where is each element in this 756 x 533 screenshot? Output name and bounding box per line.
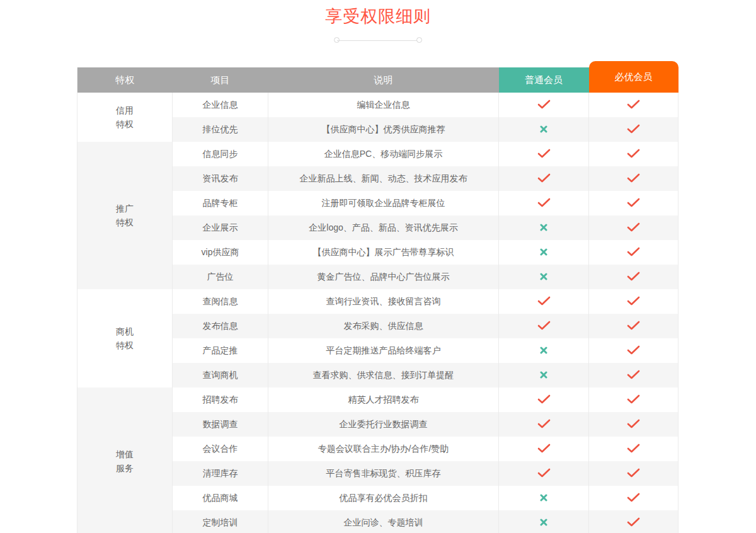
item-cell: 广告位 [173,265,268,289]
ordinary-member-cell [499,437,589,461]
check-icon [537,419,551,430]
check-icon [627,247,640,258]
description-cell: 企业新品上线、新闻、动态、技术应用发布 [268,166,499,191]
premium-member-cell [589,412,679,437]
header-privilege: 特权 [77,67,173,93]
ordinary-member-cell [499,486,589,510]
item-cell: 清理库存 [173,461,268,486]
premium-member-cell [589,240,679,265]
description-cell: 编辑企业信息 [268,93,499,117]
item-cell: 企业信息 [173,93,268,117]
premium-member-cell [589,166,679,191]
check-icon [627,370,640,381]
item-cell: 信息同步 [173,142,268,166]
premium-member-cell [589,314,679,338]
divider-line [337,40,419,41]
premium-member-cell [589,93,679,117]
table-row: 商机特权查阅信息查询行业资讯、接收留言咨询 [77,289,679,314]
description-cell: 查询行业资讯、接收留言咨询 [268,289,499,314]
description-cell: 企业问诊、专题培训 [268,510,499,533]
header-item: 项目 [173,67,268,93]
premium-member-tab: 必优会员 [589,61,679,93]
table-row: 增值服务招聘发布精英人才招聘发布 [77,387,679,412]
description-cell: 查看求购、供求信息、接到订单提醒 [268,363,499,387]
ordinary-member-cell [499,314,589,338]
ordinary-member-cell [499,338,589,363]
check-icon [537,444,551,455]
cross-icon [540,248,547,258]
check-icon [627,345,640,357]
description-cell: 优品享有必优会员折扣 [268,486,499,510]
ordinary-member-cell [499,142,589,166]
item-cell: 会议合作 [173,437,268,461]
item-cell: 数据调查 [173,412,268,437]
ordinary-member-cell [499,363,589,387]
ordinary-member-cell [499,166,589,191]
description-cell: 企业logo、产品、新品、资讯优先展示 [268,215,499,240]
premium-member-cell [589,363,679,387]
item-cell: 招聘发布 [173,387,268,412]
premium-member-cell [589,191,679,215]
item-cell: 查询商机 [173,363,268,387]
check-icon [627,149,640,160]
header-premium-member: 必优会员 [589,67,679,93]
title-divider [334,37,422,44]
privilege-group-label: 信用特权 [77,93,173,142]
item-cell: 企业展示 [173,215,268,240]
check-icon [627,173,640,185]
premium-member-cell [589,461,679,486]
premium-member-cell [589,510,679,533]
check-icon [537,468,551,479]
description-cell: 【供应商中心】优秀供应商推荐 [268,117,499,142]
cross-icon [540,223,547,233]
ordinary-member-cell [499,117,589,142]
premium-member-cell [589,289,679,314]
check-icon [627,272,640,283]
page-title: 享受权限细则 [0,5,756,28]
table-row: 信用特权企业信息编辑企业信息 [77,93,679,117]
item-cell: 优品商城 [173,486,268,510]
description-cell: 发布采购、供应信息 [268,314,499,338]
check-icon [627,419,640,430]
item-cell: 定制培训 [173,510,268,533]
description-cell: 平台寄售非标现货、积压库存 [268,461,499,486]
header-ordinary-member: 普通会员 [499,67,589,93]
cross-icon [540,370,547,381]
check-icon [627,321,640,332]
privilege-group-label: 推广特权 [77,142,173,289]
check-icon [627,222,640,234]
item-cell: 查阅信息 [173,289,268,314]
item-cell: 发布信息 [173,314,268,338]
cross-icon [540,518,547,528]
divider-circle-right [416,37,422,43]
description-cell: 【供应商中心】展示广告带尊享标识 [268,240,499,265]
description-cell: 黄金广告位、品牌中心广告位展示 [268,265,499,289]
item-cell: 排位优先 [173,117,268,142]
check-icon [537,321,551,332]
check-icon [537,173,551,185]
premium-member-cell [589,387,679,412]
check-icon [537,198,551,209]
item-cell: 品牌专柜 [173,191,268,215]
check-icon [627,394,640,406]
premium-member-cell [589,142,679,166]
description-cell: 注册即可领取企业品牌专柜展位 [268,191,499,215]
cross-icon [540,346,547,356]
check-icon [537,394,551,406]
premium-member-cell [589,117,679,142]
table-header-row: 特权 项目 说明 普通会员 必优会员 [77,67,679,93]
premium-member-cell [589,215,679,240]
privilege-group-label: 商机特权 [77,289,173,387]
check-icon [537,296,551,307]
item-cell: vip供应商 [173,240,268,265]
item-cell: 产品定推 [173,338,268,363]
premium-member-cell [589,486,679,510]
item-cell: 资讯发布 [173,166,268,191]
check-icon [537,149,551,160]
description-cell: 精英人才招聘发布 [268,387,499,412]
ordinary-member-cell [499,412,589,437]
premium-member-cell [589,338,679,363]
check-icon [627,124,640,135]
check-icon [627,198,640,209]
check-icon [627,517,640,529]
